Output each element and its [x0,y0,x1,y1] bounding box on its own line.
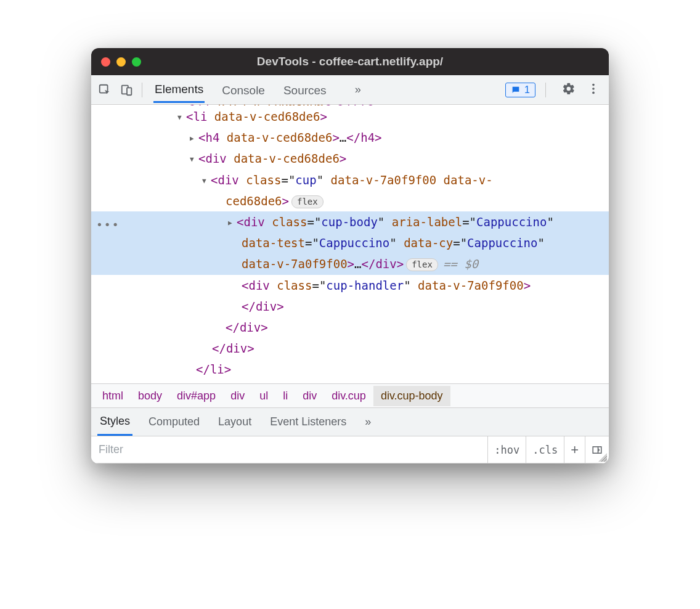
crumb-body[interactable]: body [131,386,169,406]
svg-point-3 [592,83,595,86]
settings-icon[interactable] [562,82,576,98]
dom-row-continuation[interactable]: ced68de6>flex [91,190,609,211]
expand-icon[interactable] [228,211,237,232]
dom-row-continuation[interactable]: data-test="Cappuccino" data-cy="Cappucci… [91,232,609,253]
crumb-div2[interactable]: div [295,386,324,406]
issues-badge[interactable]: 1 [505,83,535,97]
svg-point-4 [592,88,595,90]
tab-console[interactable]: Console [221,78,266,102]
message-icon [511,85,521,95]
issues-count: 1 [524,84,530,96]
tab-elements[interactable]: Elements [153,76,205,103]
dom-row[interactable]: </div> [91,338,609,359]
svg-rect-2 [127,88,131,95]
crumb-html[interactable]: html [95,386,131,406]
crumb-ul[interactable]: ul [252,386,275,406]
crumb-cup-body[interactable]: div.cup-body [373,386,450,406]
expand-icon[interactable] [190,127,198,148]
crumb-app[interactable]: div#app [169,386,223,406]
elements-tree[interactable]: <li data-v-ced68de6>…</li> <li data-v-ce… [91,105,609,383]
tab-styles[interactable]: Styles [97,409,132,436]
tab-computed[interactable]: Computed [146,409,202,435]
collapse-icon[interactable] [177,106,186,127]
dom-row[interactable]: </div> [91,296,609,317]
tab-sources[interactable]: Sources [282,78,328,102]
new-style-rule-button[interactable]: + [564,436,585,463]
dom-row[interactable]: <div data-v-ced68de6> [91,148,609,169]
dom-row[interactable]: </div> [91,317,609,338]
row-actions-icon[interactable]: ••• [96,215,120,235]
toggle-hov-button[interactable]: :hov [487,436,526,463]
inspect-element-icon[interactable] [97,83,112,97]
separator [545,83,546,97]
crumb-cup[interactable]: div.cup [324,386,373,406]
devtools-window: DevTools - coffee-cart.netlify.app/ Elem… [91,48,609,464]
window-title: DevTools - coffee-cart.netlify.app/ [91,55,609,68]
selected-element[interactable]: ••• <div class="cup-body" aria-label="Ca… [91,211,609,275]
crumb-li[interactable]: li [275,386,295,406]
separator [142,83,142,97]
collapse-icon[interactable] [202,170,211,190]
crumb-div[interactable]: div [223,386,252,406]
dom-row[interactable]: </li> [91,359,609,380]
breadcrumb: html body div#app div ul li div div.cup … [91,383,609,408]
dom-row[interactable]: <div class="cup-handler" data-v-7a0f9f00… [91,275,609,296]
svg-rect-6 [593,447,601,454]
collapse-icon[interactable] [190,148,198,169]
tab-layout[interactable]: Layout [216,409,254,435]
styles-filter-input[interactable] [91,436,487,463]
dom-row[interactable]: <div class="cup" data-v-7a0f9f00 data-v- [91,170,609,190]
dom-row-continuation[interactable]: data-v-7a0f9f00>…</div>flex== $0 [91,253,609,274]
titlebar: DevTools - coffee-cart.netlify.app/ [91,48,609,75]
panel-tabs-overflow-icon[interactable]: » [362,409,373,435]
toggle-cls-button[interactable]: .cls [526,436,564,463]
flex-badge[interactable]: flex [406,258,438,271]
tabs-overflow-icon[interactable]: » [355,83,361,96]
dom-row[interactable]: <div class="cup-body" aria-label="Cappuc… [91,211,609,232]
more-options-icon[interactable] [587,82,600,98]
tab-event-listeners[interactable]: Event Listeners [267,409,349,435]
styles-filter-row: :hov .cls + [91,436,609,464]
device-toolbar-icon[interactable] [120,83,134,97]
flex-badge[interactable]: flex [291,195,324,208]
dom-row[interactable]: <h4 data-v-ced68de6>…</h4> [91,127,609,148]
devtools-toolbar: Elements Console Sources » 1 [91,75,609,105]
styles-panel-tabs: Styles Computed Layout Event Listeners » [91,408,609,436]
svg-point-5 [592,91,595,94]
panel-tabs: Elements Console Sources » [153,76,361,103]
resize-handle-icon[interactable] [598,453,607,462]
dom-row[interactable]: <li data-v-ced68de6> [91,106,609,127]
console-ref: == $0 [443,257,478,271]
